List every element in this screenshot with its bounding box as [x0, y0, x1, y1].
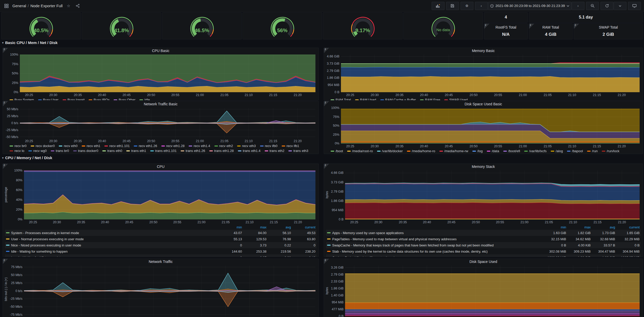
legend-header-max[interactable]: max: [566, 225, 591, 229]
panel-title[interactable]: Memory Basic: [324, 49, 643, 53]
legend-item[interactable]: trans wg0: [75, 154, 95, 154]
panel-info-corner[interactable]: i: [3, 164, 8, 169]
legend-item[interactable]: /alog: [551, 149, 563, 153]
tv-mode-button[interactable]: [628, 2, 641, 10]
panel-title[interactable]: Memory Stack: [324, 165, 643, 169]
chart-plot-area[interactable]: [24, 170, 315, 219]
legend-header-min[interactable]: min: [218, 225, 242, 229]
zoom-out-time-button[interactable]: [586, 2, 599, 10]
legend-item[interactable]: /boot/efi: [503, 149, 520, 153]
legend-item[interactable]: SWAP Used: [444, 98, 468, 100]
legend-header-avg[interactable]: avg: [266, 225, 291, 229]
legend-item[interactable]: trans eth3: [288, 149, 308, 153]
legend-series-label[interactable]: SwapCache - Memory that keeps track of p…: [327, 243, 542, 247]
legend-series-label[interactable]: Idle - Waiting for something to happen: [6, 250, 218, 253]
share-icon[interactable]: [74, 3, 81, 9]
legend-item[interactable]: recv docker0: [31, 144, 55, 148]
time-range-back-button[interactable]: ‹: [475, 2, 488, 10]
chart-plot-area[interactable]: [341, 108, 640, 143]
breadcrumb-section[interactable]: General: [12, 4, 26, 8]
panel-info-corner[interactable]: i: [3, 101, 8, 106]
legend-item[interactable]: /data: [487, 149, 499, 153]
stat-panel-uptime[interactable]: 5.1 day: [529, 12, 643, 23]
gauge-panel-0[interactable]: 40.5%: [1, 12, 81, 39]
legend-item[interactable]: RAM Free: [420, 98, 440, 100]
legend-item[interactable]: /run/lock: [602, 149, 619, 153]
dashboard-title[interactable]: Node Exporter Full: [30, 4, 63, 8]
panel-info-corner[interactable]: i: [529, 24, 534, 29]
legend-series-label[interactable]: System - Processes executing in kernel m…: [6, 231, 218, 235]
legend-series-label[interactable]: PageTables - Memory used to map between …: [327, 237, 542, 241]
gauge-panel-5[interactable]: No data: [403, 12, 483, 39]
panel-title[interactable]: Disk Space Used Basic: [324, 102, 643, 106]
dashboards-grid-icon[interactable]: [3, 3, 10, 9]
legend-item[interactable]: Busy User: [38, 98, 58, 100]
chart-plot-area[interactable]: [345, 170, 640, 219]
legend-item[interactable]: trans lo: [55, 154, 71, 154]
chart-plot-area[interactable]: [345, 265, 640, 316]
stat-panel-rootfs-total[interactable]: i RootFS Total N/A: [484, 23, 528, 39]
star-icon[interactable]: ☆: [65, 3, 72, 9]
panel-title[interactable]: Network Traffic: [3, 260, 319, 264]
panel-info-corner[interactable]: i: [324, 101, 329, 106]
panel-title[interactable]: CPU Basic: [3, 49, 319, 53]
legend-series-label[interactable]: Iowait - Waiting for I/O to complete: [6, 256, 218, 257]
panel-info-corner[interactable]: i: [3, 48, 8, 53]
legend-item[interactable]: trans eth1.26: [181, 149, 205, 153]
panel-info-corner[interactable]: i: [324, 48, 329, 53]
dashboard-settings-button[interactable]: ⚙: [461, 2, 473, 10]
legend-header-min[interactable]: min: [542, 225, 566, 229]
legend-item[interactable]: trans ifb1: [32, 154, 51, 154]
panel-title[interactable]: Network Traffic Basic: [3, 102, 319, 106]
panel-info-corner[interactable]: i: [574, 24, 579, 29]
stat-panel-ram-total[interactable]: i RAM Total 4 GiB: [529, 23, 573, 39]
panel-info-corner[interactable]: i: [484, 24, 489, 29]
legend-item[interactable]: /media/root-ro: [347, 149, 373, 153]
add-panel-button[interactable]: [432, 2, 445, 10]
stat-panel-cpu-cores[interactable]: 4: [484, 12, 528, 23]
legend-item[interactable]: trans eth1.4: [238, 149, 261, 153]
legend-header-current[interactable]: current: [615, 225, 640, 229]
legend-header-avg[interactable]: avg: [591, 225, 615, 229]
legend-series-label[interactable]: User - Normal processes executing in use…: [6, 237, 218, 241]
refresh-interval-dropdown[interactable]: [614, 2, 626, 10]
legend-item[interactable]: /run: [587, 149, 598, 153]
legend-item[interactable]: trans eth2: [265, 149, 285, 153]
legend-item[interactable]: trans eth1.101: [150, 149, 177, 153]
legend-item[interactable]: /var/lib/docker: [377, 149, 403, 153]
refresh-button[interactable]: [600, 2, 613, 10]
legend-item[interactable]: RAM Used: [355, 98, 376, 100]
legend-item[interactable]: Busy Other: [114, 98, 135, 100]
legend-item[interactable]: trans eth1: [126, 149, 146, 153]
panel-info-corner[interactable]: i: [3, 259, 8, 264]
legend-item[interactable]: Busy IRQs: [89, 98, 110, 100]
time-range-forward-button[interactable]: ›: [572, 2, 584, 10]
legend-item[interactable]: recv eth1: [82, 144, 100, 148]
legend-series-label[interactable]: Slab - Memory used by the kernel to cach…: [327, 250, 542, 253]
panel-title[interactable]: CPU: [3, 165, 319, 169]
legend-item[interactable]: /log: [472, 149, 483, 153]
time-range-picker[interactable]: 2021-09-30 20:23:09 to 2021-09-30 21:23:…: [488, 2, 571, 10]
legend-item[interactable]: RAM Cache + Buffer: [380, 98, 416, 100]
breadcrumb[interactable]: General / Node Exporter Full: [12, 4, 63, 8]
chart-plot-area[interactable]: [24, 265, 315, 316]
legend-item[interactable]: recv lo: [10, 149, 24, 153]
legend-item[interactable]: Busy Iowait: [63, 98, 85, 100]
legend-item[interactable]: recv ifb0: [260, 144, 278, 148]
legend-item[interactable]: trans eth0: [102, 149, 122, 153]
legend-item[interactable]: Busy System: [10, 98, 34, 100]
gauge-panel-2[interactable]: 46.5%: [162, 12, 242, 39]
legend-item[interactable]: recv eth1.26: [134, 144, 157, 148]
legend-item[interactable]: /boot: [331, 149, 343, 153]
legend-series-label[interactable]: Apps - Memory used by user-space applica…: [327, 231, 542, 235]
stat-panel-swap-total[interactable]: i SWAP Total 2 GiB: [574, 23, 643, 39]
legend-item[interactable]: trans br0: [51, 149, 69, 153]
chart-plot-area[interactable]: [341, 55, 640, 92]
legend-series-label[interactable]: Nice - Niced processes executing in user…: [6, 243, 218, 247]
gauge-panel-1[interactable]: 41.8%: [82, 12, 161, 39]
legend-item[interactable]: recv eth1.28: [161, 144, 185, 148]
legend-item[interactable]: recv eth1.4: [189, 144, 210, 148]
chart-plot-area[interactable]: [20, 108, 315, 138]
legend-item[interactable]: /media/home-rw: [439, 149, 468, 153]
legend-item[interactable]: recv eth1.101: [104, 144, 130, 148]
